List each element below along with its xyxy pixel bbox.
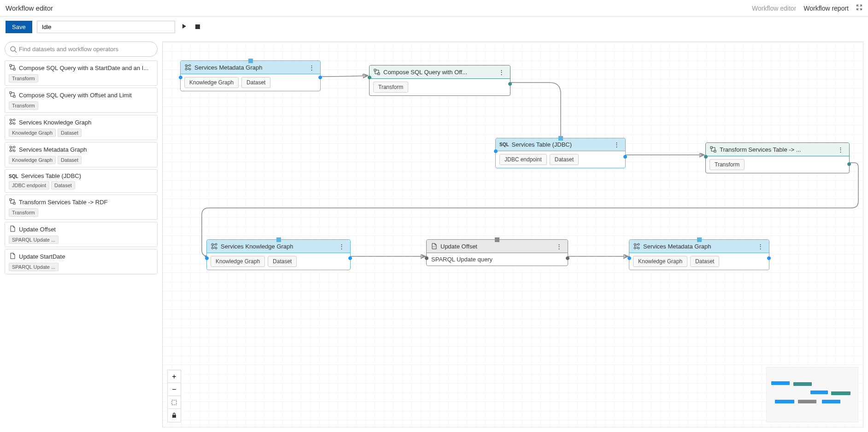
node-compose-sql-query[interactable]: Compose SQL Query with Off... ⋮ Transfor… (369, 65, 510, 96)
play-button[interactable] (180, 22, 189, 32)
sidebar-item-label: Compose SQL Query with a StartDate and a… (19, 65, 148, 71)
node-services-table-jdbc[interactable]: SQL Services Table (JDBC) ⋮ JDBC endpoin… (495, 138, 626, 168)
toolbar: Save (0, 17, 868, 37)
status-input[interactable] (37, 21, 175, 33)
node-services-metadata-graph-1[interactable]: Services Metadata Graph ⋮ Knowledge Grap… (180, 60, 321, 91)
sidebar-item[interactable]: SQL Services Table (JDBC) JDBC endpointD… (5, 169, 158, 193)
node-subtitle: SPARQL Update query (427, 253, 568, 266)
node-menu-icon[interactable]: ⋮ (836, 146, 845, 153)
transform-icon (710, 146, 717, 153)
sidebar-item-tag: Transform (9, 208, 38, 217)
graph-icon (184, 64, 192, 71)
svg-rect-0 (195, 24, 200, 29)
node-menu-icon[interactable]: ⋮ (497, 69, 506, 76)
node-top-handle[interactable] (248, 59, 253, 63)
svg-line-14 (12, 121, 13, 123)
svg-rect-6 (13, 95, 15, 97)
edges (163, 42, 863, 427)
node-menu-icon[interactable]: ⋮ (554, 243, 564, 250)
fit-button[interactable] (168, 396, 181, 409)
search-box[interactable] (5, 41, 158, 57)
node-title: Compose SQL Query with Off... (383, 69, 494, 76)
port-out[interactable] (508, 82, 512, 86)
node-title: Update Offset (440, 243, 551, 250)
port-out[interactable] (566, 256, 569, 260)
main: Compose SQL Query with a StartDate and a… (0, 37, 868, 432)
port-in[interactable] (628, 256, 631, 260)
sidebar-item-tag: Dataset (58, 129, 82, 137)
svg-point-25 (185, 65, 187, 66)
sidebar-item-tag: Knowledge Graph (9, 156, 56, 164)
port-out[interactable] (318, 76, 322, 79)
sidebar-item-tag: SPARQL Update ... (9, 263, 59, 271)
sidebar-item[interactable]: Compose SQL Query with a StartDate and a… (5, 60, 158, 86)
sidebar-item-tag: Transform (9, 74, 38, 83)
sidebar-item-label: Services Metadata Graph (19, 146, 87, 153)
node-top-handle[interactable] (697, 237, 702, 242)
node-update-offset[interactable]: <> Update Offset ⋮ SPARQL Update query (426, 239, 568, 266)
file-icon (9, 252, 16, 261)
port-out[interactable] (623, 155, 627, 159)
search-input[interactable] (17, 44, 152, 54)
node-tag: Dataset (268, 256, 297, 267)
node-menu-icon[interactable]: ⋮ (612, 141, 622, 148)
node-top-handle[interactable] (276, 237, 281, 242)
expand-icon[interactable] (856, 4, 862, 12)
port-out[interactable] (767, 256, 771, 260)
svg-rect-55 (172, 415, 176, 418)
port-out[interactable] (348, 256, 352, 260)
sidebar-item-label: Transform Services Table -> RDF (19, 199, 108, 206)
node-tag: JDBC endpoint (499, 154, 547, 165)
sidebar-item-label: Services Table (JDBC) (21, 172, 82, 179)
link-workflow-editor[interactable]: Workflow editor (752, 5, 796, 12)
node-menu-icon[interactable]: ⋮ (337, 243, 346, 250)
svg-point-17 (10, 150, 12, 152)
node-tag: Knowledge Graph (184, 77, 239, 88)
sidebar-item[interactable]: Update StartDate SPARQL Update ... (5, 249, 158, 274)
header-right: Workflow editor Workflow report (752, 4, 862, 12)
node-services-metadata-graph-2[interactable]: Services Metadata Graph ⋮ Knowledge Grap… (629, 239, 769, 270)
graph-icon (633, 243, 640, 250)
node-menu-icon[interactable]: ⋮ (756, 243, 765, 250)
svg-rect-36 (714, 150, 716, 152)
node-tag: Transform (373, 82, 408, 93)
sidebar-item[interactable]: Services Metadata Graph Knowledge GraphD… (5, 142, 158, 167)
svg-point-40 (215, 247, 217, 249)
port-in[interactable] (704, 155, 708, 159)
graph-icon (9, 118, 16, 127)
port-in[interactable] (179, 76, 182, 79)
node-title: Services Metadata Graph (643, 243, 753, 250)
node-top-handle[interactable] (558, 136, 563, 141)
link-workflow-report[interactable]: Workflow report (803, 5, 849, 12)
svg-rect-35 (710, 147, 712, 148)
stop-button[interactable] (194, 22, 202, 32)
port-in[interactable] (425, 256, 428, 260)
canvas[interactable]: Services Metadata Graph ⋮ Knowledge Grap… (162, 41, 863, 427)
port-in[interactable] (494, 149, 498, 153)
svg-rect-34 (378, 73, 380, 75)
zoom-in-button[interactable]: + (168, 370, 181, 383)
node-top-handle[interactable] (495, 237, 499, 242)
node-services-knowledge-graph[interactable]: Services Knowledge Graph ⋮ Knowledge Gra… (206, 239, 351, 270)
svg-line-53 (636, 245, 638, 247)
sidebar-item[interactable]: Services Knowledge Graph Knowledge Graph… (5, 115, 158, 140)
sidebar-item-tag: Dataset (51, 181, 75, 189)
minimap[interactable] (766, 367, 858, 422)
svg-rect-23 (10, 199, 12, 201)
svg-point-38 (215, 243, 217, 245)
zoom-out-button[interactable]: − (168, 383, 181, 396)
sidebar-item[interactable]: Compose SQL Query with Offset and Limit … (5, 88, 158, 113)
sidebar-item[interactable]: Update Offset SPARQL Update ... (5, 222, 158, 247)
node-transform-services-table[interactable]: Transform Services Table -> ... ⋮ Transf… (705, 142, 850, 173)
search-icon (10, 46, 17, 53)
lock-button[interactable] (168, 409, 181, 422)
node-menu-icon[interactable]: ⋮ (307, 64, 317, 71)
sidebar-item-tag: Transform (9, 101, 38, 110)
svg-point-7 (10, 119, 12, 121)
save-button[interactable]: Save (6, 21, 32, 33)
node-tag: Dataset (241, 77, 270, 88)
sidebar-item[interactable]: Transform Services Table -> RDF Transfor… (5, 195, 158, 220)
port-in[interactable] (205, 256, 209, 260)
port-in[interactable] (368, 76, 371, 79)
port-out[interactable] (847, 162, 851, 166)
